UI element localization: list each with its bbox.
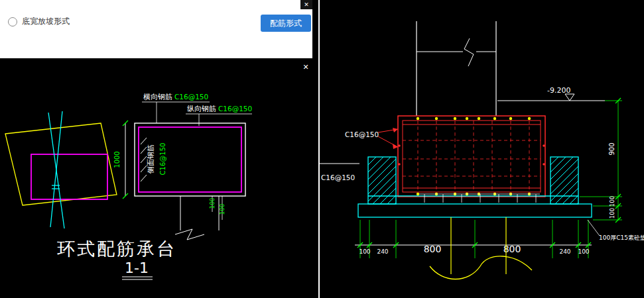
plan-outline xyxy=(5,123,117,205)
detail-drawing-canvas: -9.200 xyxy=(318,0,644,298)
dim-100-left: 100 xyxy=(359,248,370,255)
dim-100-lower: 100 xyxy=(609,208,615,219)
radio-icon[interactable] xyxy=(8,17,17,26)
transverse-rebar-spec: C16@150 xyxy=(174,93,208,101)
slab-outline xyxy=(31,154,107,199)
slope-form-radio-label: 底宽放坡形式 xyxy=(22,16,70,27)
longitudinal-rebar-spec: C16@150 xyxy=(218,105,252,113)
column xyxy=(417,21,496,116)
section-drawing-canvas: 侧面钢筋 C16@150 1000 横向钢筋 C16@150 纵向钢筋 C16@… xyxy=(0,60,312,298)
pedestal-dim-a: 100 xyxy=(209,197,216,209)
plan-sketch xyxy=(5,111,117,228)
dim-100-right: 100 xyxy=(578,248,589,255)
elevation-marker: -9.200 xyxy=(497,86,605,101)
dim-800-left: 800 xyxy=(424,244,442,254)
pedestal-dim-b: 100 xyxy=(219,203,225,215)
options-dialog: 底宽放坡形式 配筋形式 ✕ xyxy=(0,0,312,58)
rebar-spec-leaders xyxy=(378,128,398,149)
app-root: { "dialog": { "radio_label": "底宽放坡形式", "… xyxy=(0,0,644,298)
bottom-dimensions: 100 240 800 800 240 100 xyxy=(355,220,592,258)
side-rebar-ticks xyxy=(141,138,147,181)
slope-form-option[interactable]: 底宽放坡形式 xyxy=(8,16,70,27)
rebar-cage xyxy=(398,116,545,197)
dialog-close-icon[interactable]: ✕ xyxy=(300,0,312,9)
side-rebar-spec: C16@150 xyxy=(159,143,166,175)
side-rebar-label: 侧面钢筋 xyxy=(147,144,155,174)
height-dim-label: 1000 xyxy=(113,151,121,168)
break-symbol xyxy=(464,38,474,66)
pile-cap xyxy=(329,157,624,217)
section-mark: 1-1 xyxy=(125,260,149,276)
dim-900: 900 xyxy=(608,142,615,155)
rebar-dots-top xyxy=(417,117,531,120)
drawing-title: 环式配筋承台 xyxy=(57,238,176,259)
section-view: 侧面钢筋 C16@150 1000 横向钢筋 C16@150 纵向钢筋 C16@… xyxy=(113,93,252,240)
dim-240-left: 240 xyxy=(377,248,388,255)
rebar-spec-left-label: C16@150 xyxy=(321,174,355,181)
dim-100-upper: 100 xyxy=(609,196,615,207)
cushion-note: 100厚C15素砼垫层 xyxy=(588,220,644,241)
rebar-form-button[interactable]: 配筋形式 xyxy=(261,15,311,32)
transverse-rebar-label: 横向钢筋 xyxy=(143,93,172,101)
rebar-spec-top-label: C16@150 xyxy=(345,130,379,138)
cutting-plane-icon xyxy=(48,111,64,228)
longitudinal-rebar-label: 纵向钢筋 xyxy=(187,105,216,113)
elevation-label: -9.200 xyxy=(547,86,570,95)
cushion-note-label: 100厚C15素砼垫层 xyxy=(599,234,644,241)
rebar-dots-side xyxy=(398,144,545,166)
dim-240-right: 240 xyxy=(559,248,570,255)
